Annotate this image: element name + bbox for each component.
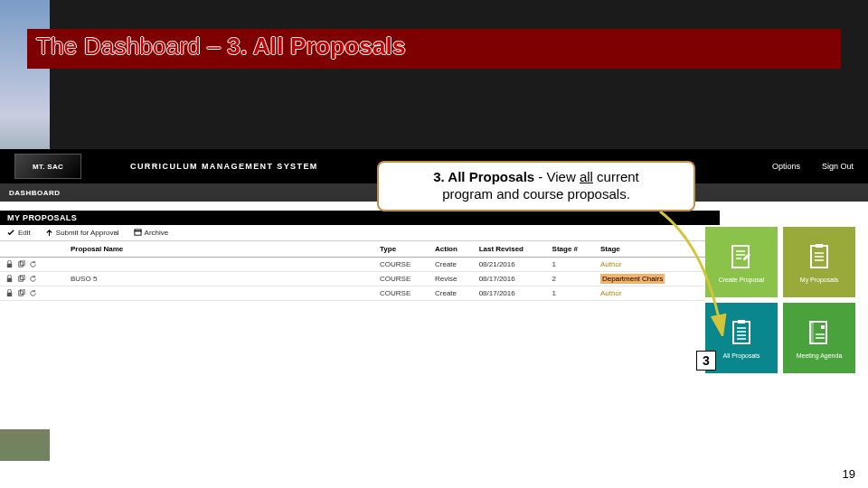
tile-label: All Proposals [723,352,760,359]
tile-my-proposals[interactable]: My Proposals [783,227,855,297]
col-action[interactable]: Action [429,241,474,258]
table-row[interactable]: COURSECreate08/17/20161Author [0,286,705,301]
cell-stage-num: 2 [547,272,595,286]
cell-proposal-name: BUSO 5 [65,272,374,286]
cell-proposal-name [65,258,374,272]
cell-proposal-name [65,286,374,301]
callout-underline: all [580,169,593,184]
lock-icon [5,275,14,283]
table-row[interactable]: COURSECreate08/21/20161Author [0,258,705,272]
callout-mid: - View [534,169,580,184]
stage-badge: Author [600,289,622,297]
title-bold: 3. All Proposals [227,33,405,60]
cell-stage-num: 1 [547,258,595,272]
cell-type: COURSE [374,272,429,286]
table-body: COURSECreate08/21/20161AuthorBUSO 5COURS… [0,258,705,301]
tile-create-proposal[interactable]: Create Proposal [705,227,778,297]
col-stage-num[interactable]: Stage # [547,241,595,258]
app-content: MY PROPOSALS Edit Submit for Approval Ar… [0,211,868,438]
table-header-row: Proposal Name Type Action Last Revised S… [0,241,705,258]
svg-rect-13 [816,244,823,248]
my-proposals-icon [805,242,834,271]
svg-rect-8 [7,293,12,297]
row-action-icons[interactable] [5,275,60,283]
archive-button[interactable]: Archive [134,229,169,237]
top-nav: Options Sign Out [772,162,854,171]
submit-button[interactable]: Submit for Approval [45,229,119,237]
title-prefix: The Dashboard – [36,33,227,60]
callout-line2: program and course proposals. [442,186,630,203]
submit-label: Submit for Approval [56,229,119,237]
slide-title: The Dashboard – 3. All Proposals [36,33,406,61]
copy-icon [17,289,25,297]
edit-button[interactable]: Edit [7,229,31,237]
svg-rect-18 [821,325,825,329]
cell-stage: Author [595,258,705,272]
archive-icon [134,229,142,237]
refresh-icon [29,289,37,297]
proposals-table: Proposal Name Type Action Last Revised S… [0,241,705,301]
check-icon [7,229,15,237]
all-proposals-icon [727,318,756,347]
cell-action: Revise [429,272,474,286]
callout-line1: 3. All Proposals - View all current [433,169,639,186]
cell-date: 08/17/2016 [474,286,547,301]
svg-rect-5 [7,278,12,283]
lock-icon [5,289,14,297]
col-actions [0,241,65,258]
dashboard-tiles: Create Proposal My Proposals All Proposa… [705,227,859,373]
svg-rect-0 [135,231,141,236]
nav-options[interactable]: Options [772,162,800,171]
create-proposal-icon [727,242,756,271]
table-row[interactable]: BUSO 5COURSERevise08/17/20162Department … [0,272,705,286]
cell-date: 08/21/2016 [474,258,547,272]
stage-badge: Author [600,260,622,268]
cell-stage: Department Chairs [595,272,705,286]
lock-icon [5,260,14,268]
edit-label: Edit [18,229,31,237]
callout-tail: current [593,169,639,184]
cell-stage: Author [595,286,705,301]
cell-type: COURSE [374,286,429,301]
cell-action: Create [429,258,474,272]
cell-action: Create [429,286,474,301]
slide: The Dashboard – 3. All Proposals 3. All … [0,0,868,488]
college-logo: MT. SAC [14,154,81,179]
refresh-icon [29,275,37,283]
tile-label: My Proposals [800,277,838,283]
callout-bubble: 3. All Proposals - View all current prog… [377,161,695,211]
col-last-revised[interactable]: Last Revised [474,241,547,258]
refresh-icon [29,260,37,268]
proposals-toolbar: Edit Submit for Approval Archive [0,225,720,241]
cms-label: CURRICULUM MANAGEMENT SYSTEM [130,162,318,171]
svg-rect-17 [810,322,814,343]
my-proposals-header: MY PROPOSALS [0,211,720,225]
tile-label: Create Proposal [719,277,765,283]
cell-type: COURSE [374,258,429,272]
callout-bold: 3. All Proposals [433,169,534,184]
tile-label: Meeting Agenda [797,352,843,359]
col-type[interactable]: Type [374,241,429,258]
svg-rect-15 [738,320,745,324]
page-number: 19 [843,467,855,481]
tile-all-proposals[interactable]: All Proposals [705,303,778,373]
svg-rect-14 [733,322,750,343]
svg-rect-2 [7,264,12,268]
stage-badge: Department Chairs [600,274,665,284]
archive-label: Archive [145,229,169,237]
copy-icon [17,260,25,268]
upload-icon [45,229,53,237]
col-stage[interactable]: Stage [595,241,705,258]
svg-rect-1 [135,230,141,231]
copy-icon [17,275,25,283]
tile-meeting-agenda[interactable]: Meeting Agenda [783,303,855,373]
meeting-agenda-icon [805,318,834,347]
cell-stage-num: 1 [547,286,595,301]
col-proposal-name[interactable]: Proposal Name [65,241,374,258]
nav-signout[interactable]: Sign Out [822,162,854,171]
cell-date: 08/17/2016 [474,272,547,286]
row-action-icons[interactable] [5,289,60,297]
step-number-badge: 3 [696,351,716,371]
row-action-icons[interactable] [5,260,60,268]
